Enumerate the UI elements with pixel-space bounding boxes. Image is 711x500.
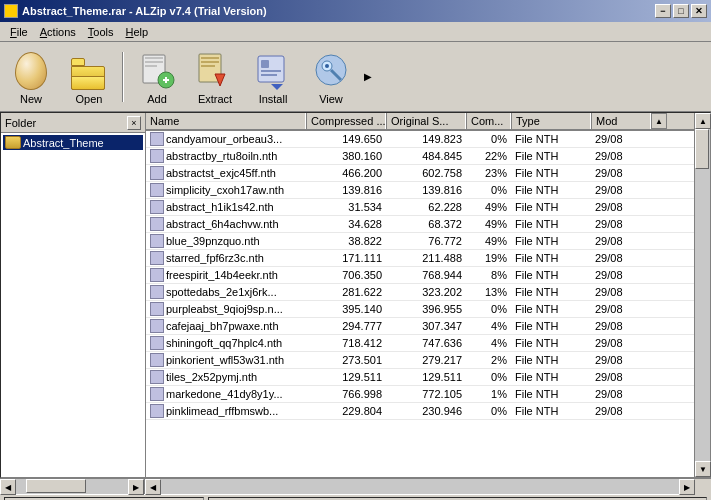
table-row[interactable]: abstractst_exjc45ff.nth 466.200 602.758 … <box>146 165 694 182</box>
table-row[interactable]: pinkorient_wfl53w31.nth 273.501 279.217 … <box>146 352 694 369</box>
file-modified: 29/08 <box>591 285 651 299</box>
file-modified: 29/08 <box>591 268 651 282</box>
file-modified: 29/08 <box>591 234 651 248</box>
file-modified: 29/08 <box>591 149 651 163</box>
table-row[interactable]: abstract_6h4achvw.nth 34.628 68.372 49% … <box>146 216 694 233</box>
file-type: File NTH <box>511 285 591 299</box>
file-compressed: 34.628 <box>306 217 386 231</box>
close-button[interactable]: ✕ <box>691 4 707 18</box>
add-icon <box>137 51 177 91</box>
file-name-cell: abstract_h1ik1s42.nth <box>146 199 306 215</box>
scroll-down-arrow[interactable]: ▼ <box>695 461 711 477</box>
folder-panel-header: Folder × <box>1 113 145 133</box>
col-header-modified[interactable]: Mod <box>591 113 651 129</box>
folder-item-abstract-theme[interactable]: Abstract_Theme <box>3 135 143 150</box>
svg-rect-10 <box>201 65 215 67</box>
file-original: 772.105 <box>386 387 466 401</box>
file-comp-pct: 2% <box>466 353 511 367</box>
menu-tools[interactable]: Tools <box>82 24 120 40</box>
file-modified: 29/08 <box>591 217 651 231</box>
table-row[interactable]: markedone_41dy8y1y... 766.998 772.105 1%… <box>146 386 694 403</box>
hscroll-right-btn-left[interactable]: ▶ <box>128 479 144 495</box>
open-button[interactable]: Open <box>62 48 116 108</box>
hscroll-track-left[interactable] <box>16 479 128 494</box>
file-compressed: 466.200 <box>306 166 386 180</box>
new-button[interactable]: New <box>4 48 58 108</box>
table-row[interactable]: cafejaaj_bh7pwaxe.nth 294.777 307.347 4%… <box>146 318 694 335</box>
table-row[interactable]: starred_fpf6rz3c.nth 171.111 211.488 19%… <box>146 250 694 267</box>
svg-rect-13 <box>261 60 269 68</box>
table-row[interactable]: candyamour_orbeau3... 149.650 149.823 0%… <box>146 131 694 148</box>
hscroll-left-btn-right[interactable]: ◀ <box>145 479 161 495</box>
table-row[interactable]: simplicity_cxoh17aw.nth 139.816 139.816 … <box>146 182 694 199</box>
file-type: File NTH <box>511 353 591 367</box>
svg-rect-8 <box>201 57 219 59</box>
col-header-compressed[interactable]: Compressed ... <box>306 113 386 129</box>
toolbar-more[interactable]: ▶ <box>362 69 374 84</box>
file-name-cell: abstractby_rtu8oiln.nth <box>146 148 306 164</box>
menu-file[interactable]: File <box>4 24 34 40</box>
table-row[interactable]: tiles_2x52pymj.nth 129.511 129.511 0% Fi… <box>146 369 694 386</box>
add-button[interactable]: Add <box>130 48 184 108</box>
table-row[interactable]: purpleabst_9qioj9sp.n... 395.140 396.955… <box>146 301 694 318</box>
svg-marker-16 <box>271 84 283 90</box>
install-button[interactable]: Install <box>246 48 300 108</box>
menu-bar: File Actions Tools Help <box>0 22 711 42</box>
scroll-up-arrow[interactable]: ▲ <box>695 113 711 129</box>
svg-rect-2 <box>145 61 163 63</box>
menu-help[interactable]: Help <box>120 24 155 40</box>
file-type: File NTH <box>511 268 591 282</box>
minimize-button[interactable]: − <box>655 4 671 18</box>
file-icon <box>150 217 164 231</box>
file-original: 323.202 <box>386 285 466 299</box>
file-icon <box>150 387 164 401</box>
col-header-original[interactable]: Original S... <box>386 113 466 129</box>
file-type: File NTH <box>511 200 591 214</box>
table-row[interactable]: blue_39pnzquo.nth 38.822 76.772 49% File… <box>146 233 694 250</box>
col-header-comp[interactable]: Com... <box>466 113 511 129</box>
file-name: markedone_41dy8y1y... <box>166 388 283 400</box>
file-comp-pct: 0% <box>466 302 511 316</box>
view-label: View <box>319 93 343 105</box>
folder-panel-close[interactable]: × <box>127 116 141 130</box>
table-row[interactable]: spottedabs_2e1xj6rk... 281.622 323.202 1… <box>146 284 694 301</box>
new-icon <box>11 51 51 91</box>
open-icon <box>69 51 109 91</box>
view-button[interactable]: View <box>304 48 358 108</box>
main-area: Folder × Abstract_Theme Name Compressed … <box>0 112 711 478</box>
file-icon <box>150 336 164 350</box>
col-header-name[interactable]: Name <box>146 113 306 129</box>
hscroll-track-right[interactable] <box>161 479 679 494</box>
file-modified: 29/08 <box>591 404 651 418</box>
file-modified: 29/08 <box>591 166 651 180</box>
file-original: 139.816 <box>386 183 466 197</box>
table-row[interactable]: shiningoft_qq7hplc4.nth 718.412 747.636 … <box>146 335 694 352</box>
file-name: spottedabs_2e1xj6rk... <box>166 286 277 298</box>
file-name: abstractst_exjc45ff.nth <box>166 167 276 179</box>
svg-rect-3 <box>145 65 157 67</box>
col-header-type[interactable]: Type <box>511 113 591 129</box>
file-name-cell: purpleabst_9qioj9sp.n... <box>146 301 306 317</box>
hscroll-thumb-left[interactable] <box>26 479 86 493</box>
file-icon <box>150 234 164 248</box>
file-type: File NTH <box>511 132 591 146</box>
file-comp-pct: 0% <box>466 404 511 418</box>
file-compressed: 766.998 <box>306 387 386 401</box>
extract-button[interactable]: Extract <box>188 48 242 108</box>
menu-actions[interactable]: Actions <box>34 24 82 40</box>
hscroll-right-btn-right[interactable]: ▶ <box>679 479 695 495</box>
file-comp-pct: 49% <box>466 217 511 231</box>
table-row[interactable]: abstractby_rtu8oiln.nth 380.160 484.845 … <box>146 148 694 165</box>
table-row[interactable]: freespirit_14b4eekr.nth 706.350 768.944 … <box>146 267 694 284</box>
hscroll-left-btn[interactable]: ◀ <box>0 479 16 495</box>
table-row[interactable]: abstract_h1ik1s42.nth 31.534 62.228 49% … <box>146 199 694 216</box>
scroll-thumb[interactable] <box>695 129 709 169</box>
svg-point-20 <box>325 64 329 68</box>
scroll-track[interactable] <box>695 129 710 461</box>
file-name-cell: markedone_41dy8y1y... <box>146 386 306 402</box>
horizontal-scrollbar-area: ◀ ▶ ◀ ▶ <box>0 478 711 494</box>
scroll-up-btn[interactable]: ▲ <box>651 113 667 129</box>
maximize-button[interactable]: □ <box>673 4 689 18</box>
table-row[interactable]: pinklimead_rffbmswb... 229.804 230.946 0… <box>146 403 694 420</box>
file-icon <box>150 200 164 214</box>
